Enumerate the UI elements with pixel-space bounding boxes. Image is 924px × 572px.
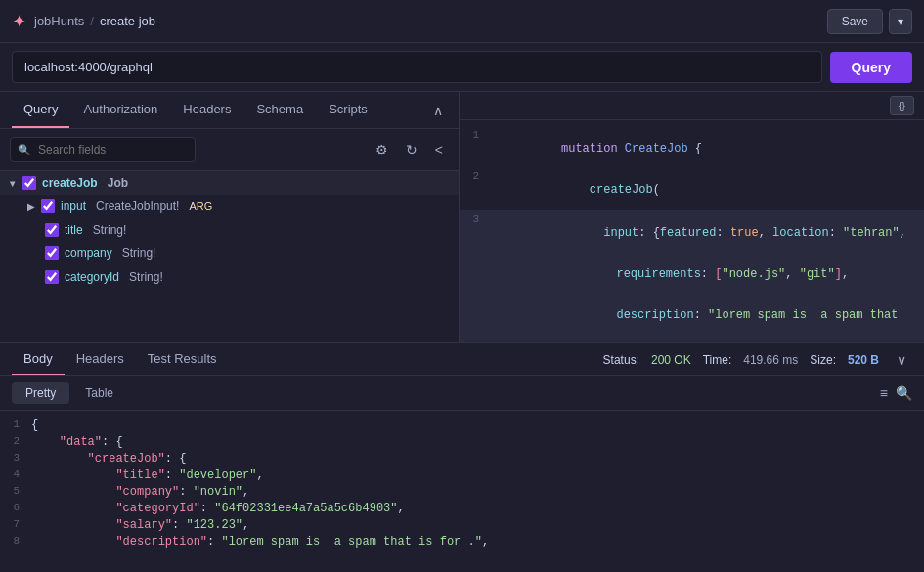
url-bar: Query — [0, 43, 924, 92]
search-bar: 🔍 ⚙ ↻ < — [0, 129, 459, 171]
field-checkbox-company[interactable] — [45, 246, 59, 260]
breadcrumb: jobHunts / create job — [34, 14, 155, 28]
app-icon: ✦ — [12, 11, 26, 32]
prettify-button[interactable]: {} — [890, 96, 914, 115]
resp-line-2: 2 "data": { — [0, 435, 924, 452]
field-type-input: CreateJobInput! — [96, 199, 179, 213]
status-value: 200 OK — [651, 353, 691, 367]
search-input[interactable] — [10, 137, 196, 162]
tab-body[interactable]: Body — [12, 343, 65, 375]
tab-schema[interactable]: Schema — [244, 92, 315, 128]
resp-line-7: 7 "salary": "123.23", — [0, 518, 924, 535]
field-checkbox-input[interactable] — [41, 199, 55, 213]
editor-header: {} — [460, 92, 924, 120]
expand-response-icon[interactable]: ∨ — [891, 348, 912, 372]
line-content: input: {featured: true, location: "tehra… — [491, 212, 924, 253]
tab-test-results[interactable]: Test Results — [136, 343, 229, 375]
field-checkbox-categoryid[interactable] — [45, 270, 59, 284]
tab-query[interactable]: Query — [12, 92, 69, 128]
field-name-createjob: createJob — [42, 176, 98, 190]
resp-line-content: { — [31, 418, 38, 432]
field-checkbox-createjob[interactable] — [22, 176, 36, 190]
line-content: mutation CreateJob { — [491, 128, 702, 169]
resp-line-8: 8 "description": "lorem spam is a spam t… — [0, 535, 924, 551]
collapse-fields-icon[interactable]: < — [429, 138, 449, 161]
resp-line-content: "categoryId": "64f02331ee4a7a5a5c6b4903"… — [31, 502, 405, 515]
field-type-title: String! — [93, 223, 127, 237]
resp-line-num: 5 — [0, 485, 31, 497]
field-item-company: company String! — [0, 242, 459, 265]
time-label: Time: — [703, 353, 732, 367]
resp-line-num: 6 — [0, 502, 31, 513]
bottom-tabs-bar: Body Headers Test Results Status: 200 OK… — [0, 343, 924, 376]
bottom-panel: Body Headers Test Results Status: 200 OK… — [0, 342, 924, 572]
tab-authorization[interactable]: Authorization — [71, 92, 169, 128]
save-button[interactable]: Save — [827, 9, 883, 34]
field-type-company: String! — [122, 246, 156, 260]
resp-line-6: 6 "categoryId": "64f02331ee4a7a5a5c6b490… — [0, 502, 924, 518]
resp-line-content: "description": "lorem spam is a spam tha… — [31, 535, 489, 549]
code-line-1: 1 mutation CreateJob { — [460, 128, 924, 169]
resp-line-5: 5 "company": "novin", — [0, 485, 924, 502]
resp-line-num: 2 — [0, 435, 31, 447]
field-item-root: ▾ createJob Job — [0, 171, 459, 195]
response-code[interactable]: 1 { 2 "data": { 3 "createJob": { 4 "titl… — [0, 411, 924, 566]
resp-line-4: 4 "title": "developer", — [0, 468, 924, 485]
search-wrap: 🔍 — [10, 137, 364, 162]
field-type-createjob: Job — [108, 176, 128, 190]
time-value: 419.66 ms — [743, 353, 798, 367]
filter-icon[interactable]: ⚙ — [370, 138, 394, 161]
search-response-icon[interactable]: 🔍 — [896, 385, 912, 401]
tab-headers-bottom[interactable]: Headers — [65, 343, 136, 375]
resp-line-num: 3 — [0, 452, 31, 463]
breadcrumb-current: create job — [100, 14, 155, 28]
breadcrumb-area: ✦ jobHunts / create job — [12, 11, 155, 32]
resp-line-num: 7 — [0, 518, 31, 530]
top-bar-actions: Save ▾ — [827, 9, 912, 34]
query-button[interactable]: Query — [830, 52, 912, 83]
url-input[interactable] — [12, 51, 822, 83]
tab-table[interactable]: Table — [71, 382, 127, 404]
chevron-down-icon[interactable]: ▾ — [10, 178, 15, 189]
search-icon: 🔍 — [18, 144, 31, 156]
field-name-input: input — [61, 199, 86, 213]
resp-line-content: "createJob": { — [31, 452, 186, 465]
breadcrumb-parent[interactable]: jobHunts — [34, 14, 84, 28]
resp-line-content: "title": "developer", — [31, 468, 264, 482]
field-type-categoryid: String! — [129, 270, 163, 284]
refresh-icon[interactable]: ↻ — [400, 138, 423, 161]
line-number: 1 — [460, 128, 491, 141]
tabs-right: ∧ — [429, 92, 447, 128]
line-content: createJob( — [491, 169, 660, 210]
field-item-title: title String! — [0, 218, 459, 242]
resp-line-content: "salary": "123.23", — [31, 518, 249, 532]
expand-arrow-icon[interactable]: ▶ — [27, 201, 35, 212]
resp-line-num: 4 — [0, 468, 31, 480]
resp-line-3: 3 "createJob": { — [0, 452, 924, 468]
size-value: 520 B — [848, 353, 879, 367]
field-item-input: ▶ input CreateJobInput! ARG — [0, 195, 459, 218]
line-content-cont2: description: "lorem spam is a spam that — [491, 294, 899, 335]
save-dropdown-button[interactable]: ▾ — [889, 9, 912, 34]
tab-pretty[interactable]: Pretty — [12, 382, 69, 404]
format-icon[interactable]: ≡ — [880, 385, 888, 401]
resp-line-1: 1 { — [0, 418, 924, 435]
tab-headers[interactable]: Headers — [171, 92, 242, 128]
collapse-button[interactable]: ∧ — [429, 99, 447, 122]
field-checkbox-title[interactable] — [45, 223, 59, 237]
field-item-categoryid: categoryId String! — [0, 265, 459, 288]
tab-scripts[interactable]: Scripts — [317, 92, 379, 128]
field-name-title: title — [65, 223, 83, 237]
status-label: Status: — [603, 353, 639, 367]
resp-line-num: 8 — [0, 535, 31, 547]
line-number-blank — [460, 294, 491, 335]
pretty-tabs: Pretty Table ≡ 🔍 — [0, 376, 924, 411]
breadcrumb-separator: / — [90, 14, 94, 28]
line-number: 2 — [460, 169, 491, 182]
line-content-cont: requirements: ["node.js", "git"], — [491, 253, 849, 294]
resp-line-num: 1 — [0, 418, 31, 430]
status-bar: Status: 200 OK Time: 419.66 ms Size: 520… — [603, 348, 912, 372]
pretty-tools: ≡ 🔍 — [880, 385, 912, 401]
code-line-2: 2 createJob( — [460, 169, 924, 210]
size-label: Size: — [810, 353, 836, 367]
